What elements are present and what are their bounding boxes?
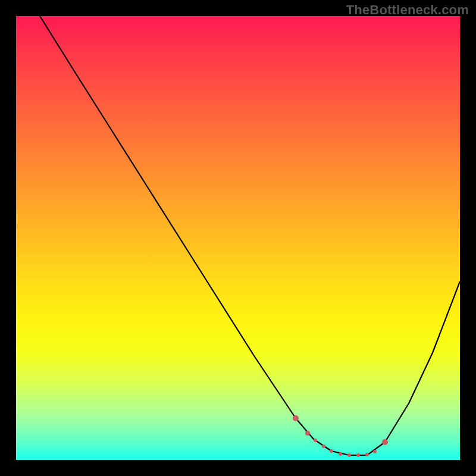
curve-marker xyxy=(330,449,333,453)
curve-marker xyxy=(373,450,377,453)
curve-marker xyxy=(356,453,360,457)
chart-container: TheBottleneck.com xyxy=(0,0,476,476)
curve-marker xyxy=(382,439,388,445)
watermark-text: TheBottleneck.com xyxy=(346,2,469,18)
curve-marker xyxy=(339,452,342,456)
curve-marker xyxy=(314,439,317,442)
curve-marker xyxy=(322,444,325,448)
curve-marker xyxy=(293,415,299,421)
curve-marker xyxy=(305,431,310,436)
bottleneck-curve-line xyxy=(40,16,460,455)
marker-group xyxy=(293,415,388,457)
curve-marker xyxy=(347,453,351,457)
curve-marker xyxy=(365,453,369,456)
curve-svg xyxy=(16,16,460,460)
plot-area xyxy=(16,16,460,460)
